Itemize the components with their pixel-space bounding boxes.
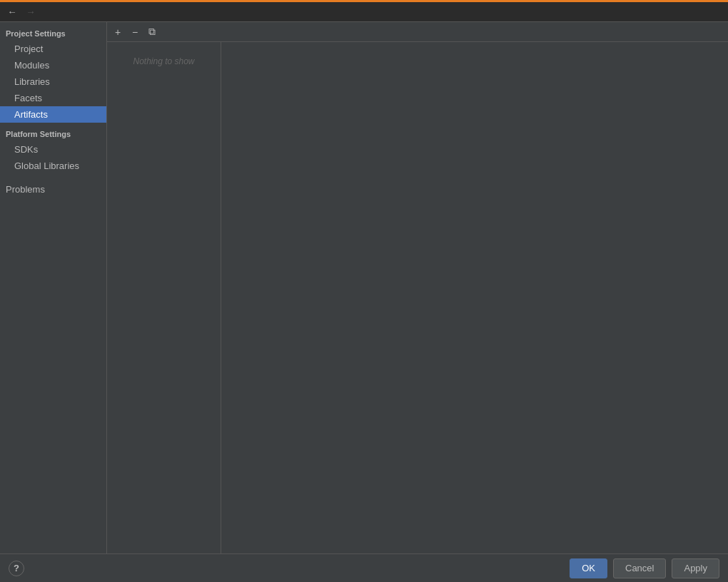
- bottom-left: ?: [9, 561, 24, 576]
- content-area: Nothing to show: [107, 42, 728, 553]
- project-settings-header: Project Settings: [0, 22, 106, 41]
- back-button[interactable]: ←: [4, 4, 20, 20]
- panel-toolbar: + − ⧉: [107, 22, 728, 42]
- sidebar-item-global-libraries[interactable]: Global Libraries: [0, 158, 106, 174]
- ok-button[interactable]: OK: [570, 558, 607, 578]
- artifact-list-panel: Nothing to show: [107, 42, 221, 553]
- help-button[interactable]: ?: [9, 561, 24, 576]
- top-bar: ← →: [0, 2, 728, 22]
- sidebar-item-libraries[interactable]: Libraries: [0, 73, 106, 90]
- back-icon: ←: [7, 6, 16, 17]
- sidebar: Project Settings Project Modules Librari…: [0, 22, 107, 553]
- copy-artifact-button[interactable]: ⧉: [144, 24, 160, 40]
- sidebar-item-artifacts[interactable]: Artifacts: [0, 106, 106, 123]
- add-artifact-button[interactable]: +: [110, 24, 126, 40]
- remove-artifact-button[interactable]: −: [127, 24, 143, 40]
- right-panel: + − ⧉ Nothing to show: [107, 22, 728, 553]
- forward-icon: →: [26, 6, 35, 17]
- bottom-bar: ? OK Cancel Apply: [0, 553, 728, 582]
- bottom-right: OK Cancel Apply: [570, 558, 719, 578]
- remove-icon: −: [132, 26, 138, 38]
- platform-settings-header: Platform Settings: [0, 123, 106, 141]
- sidebar-item-project[interactable]: Project: [0, 41, 106, 57]
- sidebar-item-sdks[interactable]: SDKs: [0, 141, 106, 158]
- artifact-detail-panel: [221, 42, 728, 553]
- sidebar-item-facets[interactable]: Facets: [0, 90, 106, 106]
- add-icon: +: [115, 26, 121, 38]
- sidebar-item-problems[interactable]: Problems: [0, 181, 106, 198]
- main-content: Project Settings Project Modules Librari…: [0, 22, 728, 553]
- empty-message: Nothing to show: [133, 56, 194, 66]
- apply-button[interactable]: Apply: [672, 558, 719, 578]
- help-icon: ?: [14, 563, 19, 573]
- cancel-button[interactable]: Cancel: [613, 558, 666, 578]
- forward-button[interactable]: →: [23, 4, 39, 20]
- copy-icon: ⧉: [148, 26, 156, 38]
- sidebar-item-modules[interactable]: Modules: [0, 57, 106, 73]
